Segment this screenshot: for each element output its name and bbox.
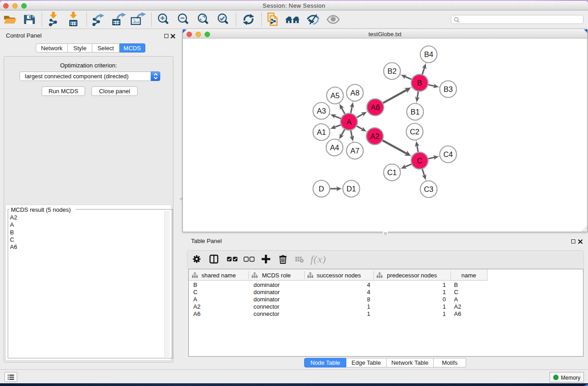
svg-text:A: A [346,118,351,126]
svg-text:C4: C4 [443,150,453,158]
svg-text:B4: B4 [424,50,433,58]
svg-text:C2: C2 [410,128,419,136]
svg-text:A8: A8 [350,89,359,97]
svg-text:A1: A1 [317,128,326,136]
svg-text:B3: B3 [444,85,453,93]
svg-text:D1: D1 [346,185,356,193]
svg-text:C: C [417,157,422,165]
svg-text:C3: C3 [424,185,433,193]
svg-text:A5: A5 [330,91,339,100]
svg-text:D: D [319,185,324,193]
svg-text:B: B [417,79,422,87]
svg-text:C1: C1 [387,168,397,176]
svg-text:B1: B1 [411,108,420,116]
svg-text:A7: A7 [350,147,359,155]
svg-text:B2: B2 [387,67,397,75]
svg-text:A4: A4 [330,143,339,152]
svg-text:A3: A3 [317,107,326,115]
svg-text:A2: A2 [370,132,379,140]
svg-text:A6: A6 [371,103,380,111]
